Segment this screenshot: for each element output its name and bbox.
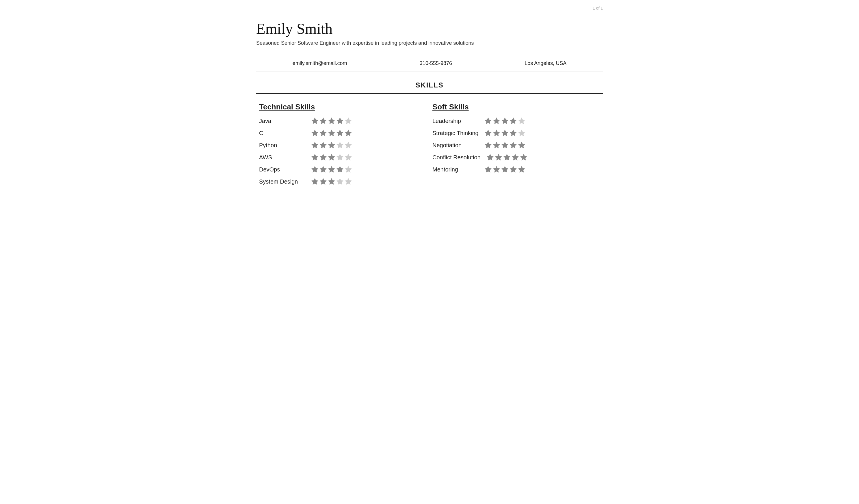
svg-marker-4	[345, 118, 351, 124]
star-5	[518, 129, 525, 137]
svg-marker-29	[345, 178, 351, 184]
svg-marker-7	[328, 130, 335, 136]
technical-skill-name: DevOps	[259, 166, 305, 173]
star-1	[484, 166, 492, 173]
candidate-name: Emily Smith	[256, 20, 603, 37]
technical-skill-name: Python	[259, 142, 305, 149]
star-1	[484, 117, 492, 125]
technical-skills-heading: Technical Skills	[259, 103, 427, 111]
star-2	[319, 178, 327, 185]
soft-skill-row: Mentoring	[432, 166, 600, 173]
star-5	[345, 117, 352, 125]
svg-marker-45	[487, 154, 493, 160]
svg-marker-44	[518, 142, 525, 148]
svg-marker-6	[320, 130, 326, 136]
svg-marker-25	[312, 178, 318, 184]
star-3	[501, 166, 509, 173]
svg-marker-30	[485, 118, 491, 124]
svg-marker-50	[485, 166, 491, 172]
star-5	[518, 141, 525, 149]
skills-section-heading: SKILLS	[256, 77, 603, 93]
svg-marker-42	[502, 142, 508, 148]
star-3	[328, 141, 335, 149]
svg-marker-19	[345, 154, 351, 160]
star-4	[510, 129, 517, 137]
technical-skill-row: Java	[259, 117, 427, 125]
star-3	[328, 154, 335, 161]
svg-marker-21	[320, 166, 326, 172]
svg-marker-47	[504, 154, 510, 160]
soft-skills-list: Leadership	[432, 117, 600, 173]
star-2	[493, 166, 500, 173]
star-4	[512, 154, 519, 161]
svg-marker-11	[320, 142, 326, 148]
section-divider-bottom	[256, 93, 603, 94]
svg-marker-32	[502, 118, 508, 124]
star-3	[328, 129, 335, 137]
svg-marker-43	[510, 142, 516, 148]
technical-skill-rating	[311, 129, 352, 137]
svg-marker-26	[320, 178, 326, 184]
svg-marker-12	[328, 142, 335, 148]
technical-skill-name: Java	[259, 118, 305, 124]
star-5	[518, 117, 525, 125]
svg-marker-23	[337, 166, 343, 172]
technical-skill-rating	[311, 141, 352, 149]
star-3	[503, 154, 511, 161]
svg-marker-0	[312, 118, 318, 124]
svg-marker-16	[320, 154, 326, 160]
svg-marker-10	[312, 142, 318, 148]
contact-section: emily.smith@email.com 310-555-9876 Los A…	[256, 55, 603, 72]
soft-skill-name: Leadership	[432, 118, 479, 124]
svg-marker-35	[485, 130, 491, 136]
svg-marker-46	[495, 154, 502, 160]
svg-marker-20	[312, 166, 318, 172]
technical-skill-rating	[311, 117, 352, 125]
star-1	[311, 129, 319, 137]
star-3	[328, 178, 335, 185]
star-2	[493, 129, 500, 137]
technical-skill-name: System Design	[259, 178, 305, 185]
star-1	[311, 178, 319, 185]
star-4	[336, 129, 344, 137]
soft-skill-rating	[484, 166, 525, 173]
star-4	[336, 178, 344, 185]
technical-skill-row: System Design	[259, 178, 427, 185]
star-1	[484, 141, 492, 149]
star-3	[328, 117, 335, 125]
star-5	[345, 178, 352, 185]
skills-grid: Technical Skills Java	[256, 103, 603, 190]
star-3	[501, 141, 509, 149]
star-2	[319, 129, 327, 137]
svg-marker-15	[312, 154, 318, 160]
technical-skill-name: AWS	[259, 154, 305, 161]
star-2	[495, 154, 502, 161]
svg-marker-13	[337, 142, 343, 148]
contact-location: Los Angeles, USA	[525, 60, 567, 66]
star-3	[501, 117, 509, 125]
soft-skill-rating	[484, 141, 525, 149]
soft-skill-name: Strategic Thinking	[432, 130, 479, 137]
star-4	[336, 166, 344, 173]
svg-marker-24	[345, 166, 351, 172]
soft-skill-rating	[486, 154, 527, 161]
svg-marker-54	[518, 166, 525, 172]
svg-marker-1	[320, 118, 326, 124]
svg-marker-33	[510, 118, 516, 124]
technical-skills-column: Technical Skills Java	[256, 103, 430, 190]
technical-skill-row: Python	[259, 141, 427, 149]
svg-marker-17	[328, 154, 335, 160]
svg-marker-14	[345, 142, 351, 148]
star-5	[518, 166, 525, 173]
technical-skill-row: DevOps	[259, 166, 427, 173]
svg-marker-31	[493, 118, 500, 124]
svg-marker-8	[337, 130, 343, 136]
svg-marker-51	[493, 166, 500, 172]
section-divider-top	[256, 75, 603, 75]
svg-marker-5	[312, 130, 318, 136]
svg-marker-18	[337, 154, 343, 160]
star-1	[484, 129, 492, 137]
star-5	[520, 154, 527, 161]
resume-header: Emily Smith Seasoned Senior Software Eng…	[256, 12, 603, 46]
star-5	[345, 129, 352, 137]
